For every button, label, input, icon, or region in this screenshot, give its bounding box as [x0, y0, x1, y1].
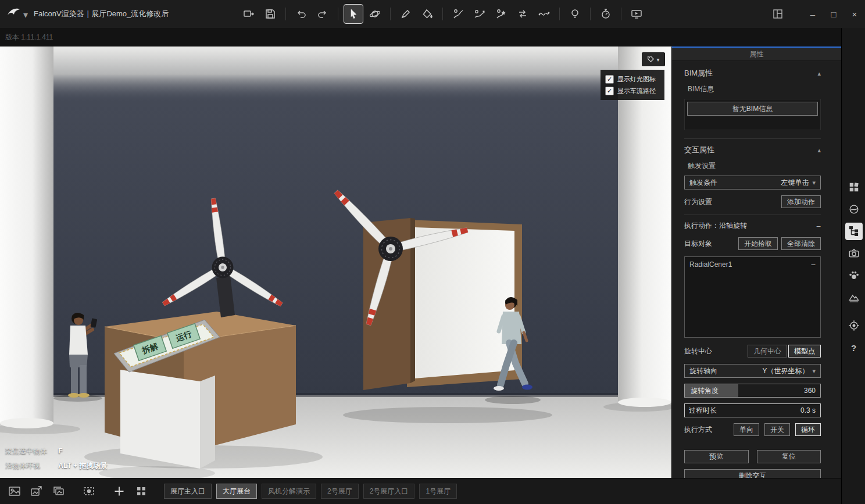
effects-icon[interactable]: [845, 267, 863, 284]
collapse-chevron-icon[interactable]: ▴: [817, 146, 821, 154]
undo-icon[interactable]: [292, 5, 310, 23]
scene-tree-icon[interactable]: [845, 223, 863, 240]
bim-section-header[interactable]: BIM属性 ▴: [684, 68, 821, 78]
geometry-center-button[interactable]: 几何中心: [748, 345, 787, 358]
divider: [684, 215, 821, 215]
select-cursor-icon[interactable]: [344, 5, 363, 23]
anim-keyframe-icon[interactable]: [492, 5, 510, 23]
bim-empty-button: 暂无BIM信息: [687, 102, 818, 116]
redo-icon[interactable]: [313, 5, 332, 23]
checkbox-light-icons[interactable]: ✓: [605, 75, 614, 84]
save-icon[interactable]: [261, 5, 280, 23]
version-label: 版本 1.11.1.411: [5, 33, 53, 42]
rotate-axis-dropdown[interactable]: 旋转轴向 Y（世界坐标） ▾: [684, 364, 821, 378]
anim-move-icon[interactable]: [470, 5, 489, 23]
rotate-angle-label: 旋转角度: [685, 384, 738, 397]
exec-mode-label: 执行方式: [684, 425, 712, 435]
app-logo-menu[interactable]: ▾: [6, 6, 28, 23]
subbar: 版本 1.11.1.411: [0, 28, 865, 47]
hint-orbit: 沿物体环视 ALT + 拖拽场景: [5, 461, 107, 471]
pen-icon[interactable]: [396, 5, 415, 23]
target-list-item[interactable]: RadialCener1 −: [689, 260, 816, 269]
preview-button[interactable]: 预览: [684, 450, 749, 463]
toolbar-separator: [285, 8, 286, 20]
environment-icon[interactable]: [845, 201, 863, 218]
show-traffic-path-option[interactable]: ✓ 显示车流路径: [605, 87, 660, 95]
target-object-list[interactable]: RadialCener1 −: [684, 256, 821, 338]
toolbar-separator: [442, 8, 443, 20]
mode-toggle-button[interactable]: 开关: [764, 423, 790, 436]
maximize-button[interactable]: □: [823, 0, 844, 28]
rotate-axis-label: 旋转轴向: [689, 366, 717, 376]
widgets-icon[interactable]: [845, 178, 863, 196]
start-pick-button[interactable]: 开始拾取: [738, 237, 778, 250]
duration-value[interactable]: 0.3 s: [717, 404, 820, 417]
anim-swap-icon[interactable]: [513, 5, 532, 23]
interaction-section-header[interactable]: 交互属性 ▴: [684, 145, 821, 155]
falcon-logo-icon: [6, 6, 21, 23]
viewport-3d-scene[interactable]: 拆解 运行: [0, 47, 671, 478]
show-light-icons-option[interactable]: ✓ 显示灯光图标: [605, 75, 660, 84]
ceiling: [0, 47, 671, 102]
timer-icon[interactable]: [596, 5, 615, 23]
tab-hall-main-entrance[interactable]: 展厅主入口: [164, 484, 212, 499]
add-view-icon[interactable]: [110, 482, 128, 500]
model-point-button[interactable]: 模型点: [788, 345, 821, 358]
focus-target-icon[interactable]: [845, 317, 863, 334]
orbit-icon[interactable]: [366, 5, 384, 23]
chevron-down-icon: ▾: [812, 179, 816, 187]
mode-loop-button[interactable]: 循环: [795, 423, 821, 436]
camera-icon[interactable]: [845, 245, 863, 262]
tag-chevron-icon: ▾: [656, 56, 659, 63]
reset-button[interactable]: 复位: [757, 450, 821, 463]
export-image-icon[interactable]: [28, 482, 45, 500]
thumbnail-grid-icon[interactable]: [133, 482, 150, 500]
rotate-angle-value[interactable]: 360: [738, 384, 820, 397]
anim-curve-icon[interactable]: [535, 5, 553, 23]
tab-turbine-demo[interactable]: 风机分解演示: [262, 484, 316, 499]
layout-grid-icon[interactable]: [767, 0, 788, 28]
target-object-label: 目标对象: [684, 239, 712, 249]
remove-action-icon[interactable]: −: [816, 221, 821, 231]
toolbar-separator: [559, 8, 560, 20]
gallery-icon[interactable]: [50, 482, 67, 500]
titlebar: ▾ FalconV渲染器｜展厅Demo_流化修改后: [0, 0, 865, 28]
bottom-bar: 展厅主入口 大厅展台 风机分解演示 2号展厅 2号展厅入口 1号展厅: [0, 478, 841, 504]
app-window: ▾ FalconV渲染器｜展厅Demo_流化修改后: [0, 0, 865, 504]
target-item-name: RadialCener1: [689, 260, 732, 269]
properties-panel: 属性 BIM属性 ▴ BIM信息 暂无BIM信息 交互属性 ▴ 触发设置 触发条…: [671, 47, 841, 478]
display-options-button[interactable]: ▾: [642, 52, 665, 66]
add-action-button[interactable]: 添加动作: [781, 195, 821, 208]
tab-lobby-stage[interactable]: 大厅展台: [216, 484, 257, 499]
viewport[interactable]: 拆解 运行: [0, 47, 671, 478]
window-title: FalconV渲染器｜展厅Demo_流化修改后: [34, 0, 169, 28]
clear-all-button[interactable]: 全部清除: [781, 237, 821, 250]
terrain-icon[interactable]: [845, 289, 863, 306]
rotate-angle-input[interactable]: 旋转角度 360: [684, 384, 821, 398]
duration-input[interactable]: 过程时长 0.3 s: [684, 403, 821, 417]
capture-region-icon[interactable]: [80, 482, 98, 500]
mode-single-button[interactable]: 单向: [734, 423, 759, 436]
trigger-condition-dropdown[interactable]: 触发条件 左键单击 ▾: [684, 176, 821, 190]
demo-screen-icon[interactable]: [627, 5, 646, 23]
collapse-chevron-icon[interactable]: ▴: [817, 70, 821, 77]
main-toolbar: [240, 0, 646, 28]
tab-hall-1[interactable]: 1号展厅: [419, 484, 457, 499]
screenshot-icon[interactable]: [6, 482, 23, 500]
viewport-hints: 聚焦选中物体 F 沿物体环视 ALT + 拖拽场景: [5, 442, 107, 471]
behavior-settings-label: 行为设置: [684, 197, 712, 207]
display-options-panel: ✓ 显示灯光图标 ✓ 显示车流路径: [601, 70, 664, 100]
help-icon[interactable]: ?: [845, 339, 863, 356]
tab-hall-2[interactable]: 2号展厅: [321, 484, 359, 499]
hint-focus: 聚焦选中物体 F: [5, 446, 107, 456]
tab-hall-2-entrance[interactable]: 2号展厅入口: [363, 484, 415, 499]
anim-walk-icon[interactable]: [449, 5, 467, 23]
minimize-button[interactable]: –: [802, 0, 823, 28]
light-icon[interactable]: [566, 5, 584, 23]
close-button[interactable]: ×: [844, 0, 865, 28]
remove-target-icon[interactable]: −: [811, 260, 816, 269]
export-exe-icon[interactable]: [240, 5, 258, 23]
trigger-condition-value: 左键单击: [781, 178, 809, 188]
checkbox-traffic-path[interactable]: ✓: [605, 87, 614, 95]
paint-bucket-icon[interactable]: [418, 5, 437, 23]
